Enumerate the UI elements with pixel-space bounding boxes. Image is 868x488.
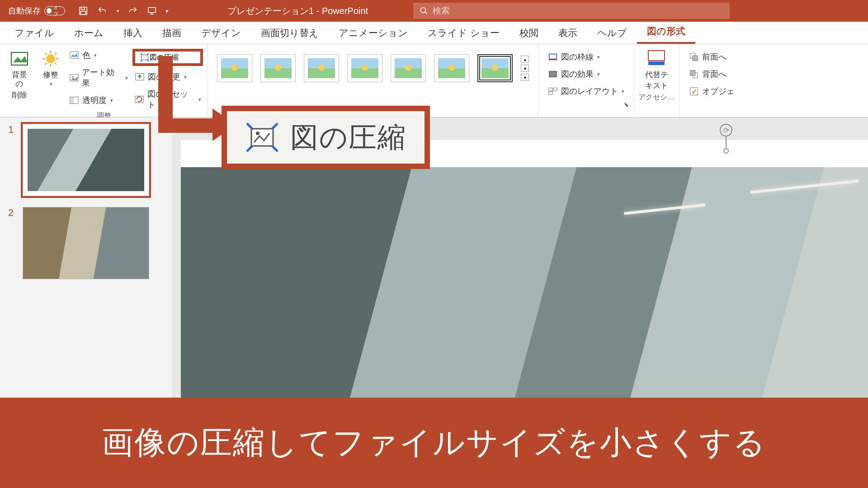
picture-effects-button[interactable]: 図の効果 ▾ bbox=[546, 68, 626, 80]
reset-picture-icon bbox=[134, 94, 145, 105]
tab-picture-format[interactable]: 図の形式 bbox=[637, 20, 695, 44]
transparency-button[interactable]: 透明度 ▾ bbox=[67, 94, 130, 107]
chevron-down-icon: ▾ bbox=[50, 81, 52, 87]
title-bar: 自動保存 オフ ▾ ▾ プレゼンテーション1 - PowerPoint bbox=[0, 0, 868, 22]
picture-border-button[interactable]: 図の枠線 ▾ bbox=[546, 51, 626, 63]
slide-thumbnail-2[interactable] bbox=[23, 207, 149, 279]
ribbon-group-adjust: 背景の 削除 修整 ▾ 色 ▾ アート効果 ▾ bbox=[0, 44, 208, 117]
search-box[interactable] bbox=[413, 3, 730, 19]
svg-point-9 bbox=[71, 76, 73, 78]
svg-rect-11 bbox=[70, 97, 74, 104]
document-title: プレゼンテーション1 - PowerPoint bbox=[173, 5, 386, 17]
selection-pane-icon bbox=[689, 86, 699, 97]
tab-insert[interactable]: 挿入 bbox=[113, 22, 152, 44]
svg-rect-17 bbox=[549, 71, 557, 77]
svg-rect-19 bbox=[553, 88, 557, 91]
artistic-effects-button[interactable]: アート効果 ▾ bbox=[67, 66, 130, 89]
ribbon-tabs: ファイル ホーム 挿入 描画 デザイン 画面切り替え アニメーション スライド … bbox=[0, 22, 868, 44]
tab-home[interactable]: ホーム bbox=[64, 22, 113, 44]
svg-rect-12 bbox=[141, 55, 148, 60]
svg-rect-1 bbox=[81, 7, 84, 10]
selection-pane-button[interactable]: オブジェ bbox=[687, 85, 736, 98]
alt-text-button[interactable]: 代替テ キスト bbox=[642, 47, 672, 93]
remove-bg-label-1: 背景の bbox=[8, 70, 31, 89]
gallery-scroll: ▴ ▾ ▾ bbox=[521, 56, 529, 81]
tab-transitions[interactable]: 画面切り替え bbox=[251, 22, 329, 44]
style-thumb-3[interactable] bbox=[304, 54, 339, 82]
send-backward-button[interactable]: 背面へ bbox=[687, 68, 736, 80]
undo-chevron-icon[interactable]: ▾ bbox=[117, 8, 119, 14]
qat-customize-icon[interactable]: ▾ bbox=[165, 8, 169, 14]
ribbon: 背景の 削除 修整 ▾ 色 ▾ アート効果 ▾ bbox=[0, 44, 868, 117]
gallery-more-icon[interactable]: ▾ bbox=[521, 74, 529, 81]
picture-layout-button[interactable]: 図のレイアウト ▾ bbox=[546, 85, 626, 98]
compress-icon bbox=[245, 122, 279, 153]
autosave-toggle[interactable]: 自動保存 オフ bbox=[0, 5, 73, 16]
alt-text-icon bbox=[646, 49, 666, 69]
svg-point-29 bbox=[256, 131, 259, 135]
style-thumb-7[interactable] bbox=[477, 54, 513, 82]
chevron-down-icon: ▾ bbox=[597, 71, 600, 77]
slide-item-2[interactable]: 2 bbox=[8, 207, 164, 279]
effects-label: 図の効果 bbox=[561, 69, 594, 80]
chevron-down-icon: ▾ bbox=[597, 54, 600, 60]
caption-banner: 画像の圧縮してファイルサイズを小さくする bbox=[0, 398, 868, 488]
tab-help[interactable]: ヘルプ bbox=[587, 22, 637, 44]
slideshow-start-icon[interactable] bbox=[146, 5, 157, 16]
style-thumb-2[interactable] bbox=[260, 54, 296, 82]
border-label: 図の枠線 bbox=[561, 52, 594, 62]
slide-item-1[interactable]: 1 bbox=[8, 124, 164, 196]
compress-pictures-button[interactable]: 図の圧縮 bbox=[132, 49, 203, 66]
remove-background-button[interactable]: 背景の 削除 bbox=[5, 47, 34, 102]
svg-rect-20 bbox=[549, 92, 552, 94]
undo-icon[interactable] bbox=[97, 5, 108, 16]
tab-review[interactable]: 校閲 bbox=[509, 22, 548, 44]
search-input[interactable] bbox=[433, 6, 723, 16]
layout-label: 図のレイアウト bbox=[561, 86, 618, 97]
gallery-down-icon[interactable]: ▾ bbox=[521, 65, 529, 72]
dialog-launcher-icon[interactable]: ⬊ bbox=[624, 101, 629, 110]
tab-view[interactable]: 表示 bbox=[548, 22, 587, 44]
chevron-down-icon: ▾ bbox=[198, 97, 201, 103]
svg-rect-24 bbox=[693, 56, 698, 61]
style-thumb-5[interactable] bbox=[391, 54, 426, 82]
tab-slideshow[interactable]: スライド ショー bbox=[418, 22, 509, 44]
annotation-callout: 図の圧縮 bbox=[222, 106, 430, 169]
alt-text-label-2: キスト bbox=[645, 81, 668, 90]
rotate-handle-icon[interactable]: ⟳ bbox=[720, 124, 732, 136]
corrections-button[interactable]: 修整 ▾ bbox=[37, 47, 64, 89]
selection-pane-label: オブジェ bbox=[702, 86, 735, 97]
color-button[interactable]: 色 ▾ bbox=[67, 49, 130, 61]
slide-number: 2 bbox=[8, 207, 16, 279]
callout-text: 図の圧縮 bbox=[290, 118, 406, 156]
corrections-label: 修整 bbox=[43, 70, 58, 80]
picture-styles-gallery: ▴ ▾ ▾ bbox=[212, 47, 533, 89]
svg-rect-16 bbox=[549, 59, 557, 60]
tab-draw[interactable]: 描画 bbox=[152, 22, 191, 44]
chevron-down-icon: ▾ bbox=[125, 75, 128, 81]
chevron-down-icon: ▾ bbox=[110, 98, 113, 103]
bring-forward-label: 前面へ bbox=[702, 52, 726, 62]
reset-picture-button[interactable]: 図のリセット ▾ bbox=[132, 88, 203, 111]
redo-icon[interactable] bbox=[127, 5, 138, 16]
send-backward-label: 背面へ bbox=[702, 69, 726, 80]
bring-forward-button[interactable]: 前面へ bbox=[687, 51, 736, 63]
save-icon[interactable] bbox=[78, 5, 89, 16]
toggle-pill[interactable]: オフ bbox=[44, 6, 65, 15]
style-thumb-4[interactable] bbox=[347, 54, 382, 82]
style-thumb-1[interactable] bbox=[217, 54, 252, 82]
change-picture-button[interactable]: 図の変更 ▾ bbox=[132, 70, 203, 83]
selection-handle[interactable] bbox=[723, 148, 729, 154]
tab-design[interactable]: デザイン bbox=[191, 22, 251, 44]
tab-animations[interactable]: アニメーション bbox=[329, 22, 418, 44]
style-thumb-6[interactable] bbox=[434, 54, 469, 82]
color-label: 色 bbox=[82, 50, 90, 61]
tab-file[interactable]: ファイル bbox=[5, 22, 64, 44]
slide-number: 1 bbox=[8, 124, 16, 196]
gallery-up-icon[interactable]: ▴ bbox=[521, 56, 529, 63]
toggle-dot-icon bbox=[47, 8, 52, 14]
slide-thumbnail-1[interactable] bbox=[23, 124, 149, 196]
banner-text: 画像の圧縮してファイルサイズを小さくする bbox=[88, 422, 780, 464]
svg-rect-18 bbox=[549, 88, 552, 91]
svg-rect-28 bbox=[251, 129, 273, 146]
